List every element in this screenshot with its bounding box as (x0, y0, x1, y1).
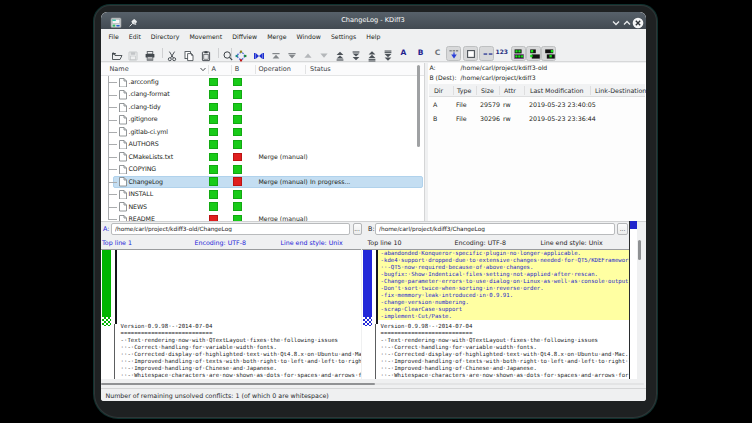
directory-row-.arcconfig[interactable]: .arcconfig (101, 76, 425, 88)
titlebar[interactable]: ChangeLog - KDiff3 (101, 12, 646, 29)
column-header-last-modification[interactable]: Last Modification (530, 84, 584, 97)
directory-row-.gitlab-ci.yml[interactable]: .gitlab-ci.yml (101, 126, 425, 138)
show-whitespace-toggle[interactable] (463, 46, 478, 61)
dir-show-identical-toggle[interactable] (511, 46, 526, 61)
column-header-a[interactable]: A (212, 63, 216, 76)
column-header-link-destination[interactable]: Link-Destination (595, 84, 646, 97)
pane-b-path-input[interactable] (375, 223, 615, 235)
diff-pane-b[interactable]: -abandonded·Konqueror·specific·plugin·no… (362, 249, 629, 380)
state-a-green (209, 177, 218, 186)
directory-row-.clang-format[interactable]: .clang-format (101, 88, 425, 100)
info-b-path: /home/carl/project/kdiff3 (461, 74, 536, 81)
pane-a-current-range-mark (115, 249, 117, 324)
tree-stub (108, 120, 117, 121)
go-prev-conflict-icon[interactable] (334, 47, 346, 59)
column-header-type[interactable]: Type (457, 84, 471, 97)
go-current-conflict-icon[interactable] (253, 47, 265, 59)
diff-line: ··-·Improved·handling·of·Chinese·and·Jap… (118, 365, 361, 372)
diff-vertical-scrollbar[interactable] (638, 221, 642, 378)
pane-b-browse-button[interactable]: ... (617, 223, 628, 235)
go-current-delta-icon[interactable] (235, 47, 247, 59)
column-header-dir[interactable]: Dir (434, 84, 443, 97)
cut-icon[interactable] (166, 47, 178, 59)
paste-icon[interactable] (200, 47, 212, 59)
directory-row-.gitignore[interactable]: .gitignore (101, 113, 425, 125)
state-a-green (209, 90, 218, 99)
state-b-red (233, 153, 242, 162)
cell: A (433, 98, 437, 112)
go-next-conflict-icon[interactable] (350, 47, 362, 59)
menu-file[interactable]: File (104, 29, 124, 45)
diff-line: ··-·Whitespace·characters·are·now·shown·… (118, 372, 361, 379)
pane-a-path-input[interactable] (111, 223, 350, 235)
tree-stub (108, 182, 117, 183)
pane-a-browse-button[interactable]: ... (353, 223, 362, 235)
directory-row-AUTHORS[interactable]: AUTHORS (101, 138, 425, 150)
go-first-delta-icon[interactable] (270, 47, 282, 59)
close-icon[interactable] (632, 14, 644, 26)
file-icon (119, 90, 127, 100)
go-prev-unsolved-conflict-icon[interactable] (366, 47, 378, 59)
directory-row-INSTALL[interactable]: INSTALL (101, 188, 425, 200)
tree-stub (108, 95, 117, 96)
menu-settings[interactable]: Settings (326, 29, 361, 45)
column-header-attr[interactable]: Attr (504, 84, 516, 97)
show-line-numbers-button[interactable]: 123 (496, 48, 509, 55)
sort-chevron-icon (199, 66, 207, 73)
select-line-b-button[interactable]: B (415, 47, 427, 59)
state-a-green (209, 190, 218, 199)
cell: 2019-05-23 23:36:44 (529, 112, 596, 126)
state-b-green (233, 190, 242, 199)
go-next-delta-icon[interactable] (318, 47, 330, 59)
directory-row-CMakeLists.txt[interactable]: CMakeLists.txtMerge (manual) (101, 151, 425, 163)
summary-bar-dither (102, 317, 111, 326)
menu-merge[interactable]: Merge (262, 29, 291, 45)
open-icon[interactable] (111, 47, 123, 59)
file-icon (119, 202, 127, 212)
info-table-row[interactable]: BFile30296rw2019-05-23 23:36:44 (428, 112, 646, 126)
diff-overview-column[interactable] (629, 221, 637, 379)
directory-row-.clang-tidy[interactable]: .clang-tidy (101, 101, 425, 113)
pane-b-text: Version·0.9.98·-·2014-07-04=============… (378, 323, 629, 379)
column-header-size[interactable]: Size (481, 84, 494, 97)
file-icon (119, 190, 127, 200)
horizontal-scrollbar-thumb (101, 383, 375, 386)
column-separator (590, 86, 591, 95)
dir-show-b-toggle[interactable] (541, 46, 556, 61)
directory-list-scrollbar[interactable] (417, 65, 420, 147)
menu-directory[interactable]: Directory (146, 29, 185, 45)
minimize-icon[interactable] (610, 14, 622, 26)
column-separator (231, 65, 232, 75)
diff-pane-a[interactable]: Version·0.9.98·-·2014-07-04=============… (101, 249, 362, 380)
show-whitespace-characters-toggle[interactable] (446, 46, 461, 61)
menu-help[interactable]: Help (361, 29, 385, 45)
menu-movement[interactable]: Movement (184, 29, 227, 45)
directory-row-COPYING[interactable]: COPYING (101, 163, 425, 175)
overview-mode-toggle[interactable] (479, 46, 494, 61)
copy-icon[interactable] (183, 47, 195, 59)
menu-window[interactable]: Window (291, 29, 325, 45)
info-b-label: B (Dest): (430, 74, 457, 81)
column-header-b[interactable]: B (235, 63, 239, 76)
directory-row-README[interactable]: READMEMerge (manual) (101, 213, 425, 221)
menu-diffview[interactable]: Diffview (227, 29, 262, 45)
column-header-operation[interactable]: Operation (259, 63, 291, 76)
file-icon (119, 177, 127, 187)
info-table-row[interactable]: AFile29579rw2019-05-23 23:40:05 (428, 98, 646, 112)
select-line-c-button[interactable]: C (432, 47, 444, 59)
directory-row-NEWS[interactable]: NEWS (101, 201, 425, 213)
go-last-delta-icon[interactable] (286, 47, 298, 59)
go-next-unsolved-conflict-icon[interactable] (382, 47, 394, 59)
column-header-status[interactable]: Status (310, 63, 331, 76)
select-line-a-button[interactable]: A (398, 47, 410, 59)
print-icon[interactable] (144, 47, 156, 59)
dir-show-a-toggle[interactable] (526, 46, 541, 61)
column-header-name[interactable]: Name (110, 63, 129, 76)
file-name: ChangeLog (129, 176, 163, 188)
save-icon[interactable] (127, 47, 139, 59)
diff-line: -kde4·support·dropped·due·to·extensive·c… (378, 257, 629, 264)
diff-horizontal-scrollbar[interactable] (101, 379, 646, 388)
directory-row-ChangeLog[interactable]: ChangeLogMerge (manual)In progress... (101, 176, 425, 188)
go-prev-delta-icon[interactable] (302, 47, 314, 59)
menu-edit[interactable]: Edit (124, 29, 146, 45)
